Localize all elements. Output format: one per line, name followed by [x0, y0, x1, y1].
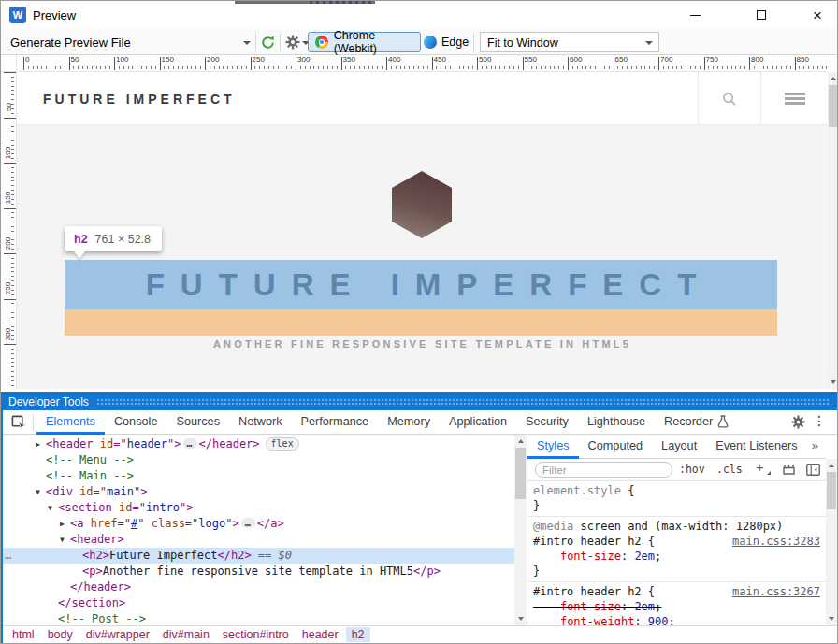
tab-application[interactable]: Application — [440, 410, 516, 435]
tree-row[interactable]: </section> — [3, 595, 514, 611]
crumb-h2[interactable]: h2 — [346, 627, 370, 642]
style-line[interactable]: #intro header h2 {main.css:3283 — [527, 534, 826, 549]
tree-row[interactable]: ▼<header> — [3, 532, 514, 548]
class-toggle[interactable]: .cls — [716, 463, 743, 476]
preview-scrollbar[interactable] — [828, 72, 838, 389]
gear-icon[interactable] — [285, 35, 300, 50]
tree-scrollbar[interactable] — [514, 435, 527, 625]
styles-rules: element.style {}@media screen and (max-w… — [527, 481, 826, 625]
minimize-button[interactable] — [673, 1, 716, 29]
crumb-html[interactable]: html — [7, 627, 40, 642]
tree-expand-icon[interactable]: ▶ — [36, 436, 40, 452]
tree-row[interactable]: ▼<section id="intro"> — [3, 500, 514, 516]
tab-recorder[interactable]: Recorder — [655, 410, 738, 435]
tab-console[interactable]: Console — [105, 410, 167, 435]
tab-network[interactable]: Network — [229, 410, 292, 435]
expand-children-icon[interactable]: … — [241, 518, 255, 528]
styles-scrollbar[interactable] — [826, 459, 837, 625]
style-line[interactable]: #intro header h2 {main.css:3267 — [527, 584, 826, 599]
ruler-tick — [432, 57, 433, 70]
scroll-up-icon[interactable] — [831, 77, 836, 80]
style-line[interactable]: } — [527, 564, 826, 579]
scroll-down-icon[interactable] — [518, 617, 524, 621]
styles-filter-input[interactable] — [535, 462, 672, 478]
chrome-webkit-button[interactable]: Chrome (Webkit) — [308, 32, 421, 52]
ruler-tick — [614, 57, 614, 70]
flex-badge[interactable]: flex — [266, 437, 299, 451]
row-menu-dots-icon[interactable]: … — [5, 548, 10, 564]
style-line[interactable]: font-weight: 900; — [527, 614, 826, 625]
source-link[interactable]: main.css:3267 — [732, 584, 820, 599]
crumb-header[interactable]: header — [296, 627, 344, 642]
ruler-tick — [4, 118, 16, 119]
tree-expand-icon[interactable]: ▶ — [60, 516, 65, 532]
devtools-titlebar[interactable]: Developer Tools — [3, 394, 837, 410]
tree-collapse-icon[interactable]: ▼ — [36, 484, 40, 500]
crumb-div-main[interactable]: div#main — [157, 627, 215, 642]
crumb-body[interactable]: body — [42, 627, 79, 642]
ruler-label: 300 — [297, 55, 310, 64]
generate-preview-dropdown[interactable]: Generate Preview File — [10, 36, 131, 50]
tree-row[interactable]: …<h2>Future Imperfect</h2> == $0 — [3, 548, 514, 564]
styles-tab-computed[interactable]: Computed — [579, 435, 653, 459]
scroll-thumb[interactable] — [829, 85, 838, 127]
maximize-button[interactable] — [740, 1, 783, 29]
ruler-tick — [477, 57, 478, 70]
zoom-mode-dropdown[interactable]: Fit to Window — [480, 32, 659, 52]
ruler-label: 100 — [1, 143, 16, 162]
tab-memory[interactable]: Memory — [378, 410, 440, 435]
tree-row[interactable]: ▶<header id="header">…</header>flex — [3, 436, 514, 452]
scroll-up-icon[interactable] — [518, 439, 524, 443]
site-menu-button[interactable] — [760, 72, 828, 125]
styles-tab-layout[interactable]: Layout — [652, 435, 706, 459]
ruler-tick — [205, 57, 206, 70]
source-link[interactable]: main.css:3283 — [732, 534, 820, 549]
tree-row[interactable]: <p>Another fine responsive site template… — [3, 564, 514, 580]
tree-row[interactable]: <!-- Main --> — [3, 468, 514, 484]
edge-button[interactable]: Edge — [424, 32, 476, 52]
tab-sources[interactable]: Sources — [166, 410, 229, 435]
tab-security[interactable]: Security — [516, 410, 578, 435]
pseudo-state-toggle[interactable]: :hov — [679, 463, 705, 476]
new-style-rule-button[interactable]: + — [756, 459, 764, 475]
scroll-thumb[interactable] — [515, 448, 526, 499]
style-line[interactable]: element.style { — [527, 483, 826, 498]
inspect-icon[interactable] — [11, 415, 27, 431]
tree-row[interactable]: </header> — [3, 580, 514, 595]
scroll-down-icon[interactable] — [829, 617, 834, 621]
overflow-tabs-icon[interactable]: » — [812, 438, 818, 452]
tree-collapse-icon[interactable]: ▼ — [60, 532, 65, 548]
style-line[interactable]: font-size: 2em; — [527, 599, 826, 614]
devtools-settings-icon[interactable] — [791, 415, 805, 429]
tree-row[interactable]: ▶<a href="#" class="logo">…</a> — [3, 516, 514, 532]
style-line[interactable]: font-size: 2em; — [527, 549, 826, 564]
style-line[interactable]: @media screen and (max-width: 1280px) — [527, 519, 826, 534]
tree-row[interactable]: <!-- Menu --> — [3, 452, 514, 468]
ruler-label: 50 — [1, 98, 16, 117]
refresh-icon[interactable] — [260, 35, 276, 50]
scroll-thumb[interactable] — [827, 472, 836, 509]
brush-icon[interactable] — [782, 464, 796, 476]
ruler-tick — [704, 57, 705, 70]
crumb-div-wrapper[interactable]: div#wrapper — [80, 627, 155, 642]
tab-performance[interactable]: Performance — [292, 410, 379, 435]
tab-lighthouse[interactable]: Lighthouse — [578, 410, 655, 435]
expand-children-icon[interactable]: … — [183, 438, 197, 449]
site-logo-hexagon[interactable] — [392, 171, 452, 238]
style-line[interactable]: } — [527, 498, 826, 513]
tree-collapse-icon[interactable]: ▼ — [48, 500, 52, 516]
tree-row[interactable]: <!-- Post --> — [3, 611, 514, 625]
sidebar-toggle-icon[interactable] — [806, 464, 820, 476]
styles-tab-styles[interactable]: Styles — [527, 435, 579, 459]
chevron-down-icon[interactable] — [243, 41, 251, 45]
kebab-menu-icon[interactable]: ⋮ — [813, 413, 826, 428]
site-search-button[interactable] — [698, 72, 760, 125]
scroll-up-icon[interactable] — [829, 464, 834, 467]
ruler-label: 250 — [1, 279, 16, 298]
crumb-section-intro[interactable]: section#intro — [217, 627, 295, 642]
close-button[interactable]: × — [796, 1, 838, 29]
styles-tab-event-listeners[interactable]: Event Listeners — [706, 435, 806, 459]
tab-elements[interactable]: Elements — [36, 410, 105, 435]
scroll-down-icon[interactable] — [831, 380, 836, 384]
tree-row[interactable]: ▼<div id="main"> — [3, 484, 514, 500]
